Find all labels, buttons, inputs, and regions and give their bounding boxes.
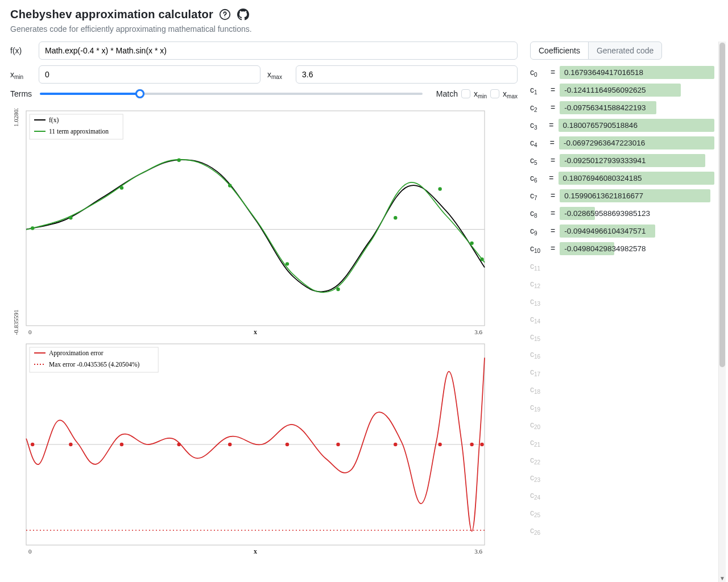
coef-value: -0.04980429834982578 <box>560 242 614 255</box>
xmin-label: xmin <box>10 70 34 79</box>
coef-row-empty: c15 <box>530 328 714 345</box>
coef-name: c3 <box>530 120 544 130</box>
coef-row: c5=-0.09250127939333941 <box>530 152 714 169</box>
svg-point-9 <box>286 262 289 265</box>
xmax-label: xmax <box>267 70 291 79</box>
fx-label: f(x) <box>10 46 34 55</box>
coef-value: 0.16793649417016518 <box>560 66 714 79</box>
coef-row: c6=0.18076946080324185 <box>530 169 714 186</box>
coef-row: c8=-0.028659588693985123 <box>530 205 714 222</box>
svg-text:0: 0 <box>28 548 32 555</box>
scrollbar-down-icon[interactable]: ▼ <box>719 574 726 582</box>
coef-name: c25 <box>530 508 546 517</box>
coef-name: c26 <box>530 526 546 535</box>
coef-row-empty: c14 <box>530 310 714 327</box>
coef-equals: = <box>551 191 555 200</box>
coef-row-empty: c20 <box>530 416 714 433</box>
svg-point-14 <box>480 257 483 261</box>
coef-name: c4 <box>530 138 545 147</box>
xmax-input[interactable] <box>296 65 518 84</box>
svg-point-29 <box>69 443 72 446</box>
coef-row: c9=-0.09494966104347571 <box>530 222 714 239</box>
svg-point-10 <box>336 288 340 291</box>
coef-value: -0.12411164956092625 <box>560 84 681 97</box>
coef-name: c8 <box>530 209 546 218</box>
scrollbar[interactable]: ▼ <box>718 41 726 582</box>
coef-equals: = <box>550 138 555 147</box>
coef-row-empty: c16 <box>530 346 714 363</box>
coef-name: c22 <box>530 455 546 464</box>
coef-name: c15 <box>530 332 546 341</box>
github-icon[interactable] <box>237 9 250 21</box>
coef-name: c11 <box>530 261 546 271</box>
coef-value: -0.09756341588422193 <box>560 101 656 114</box>
svg-point-32 <box>228 443 231 446</box>
coef-row: c10=-0.04980429834982578 <box>530 240 714 257</box>
coef-equals: = <box>551 85 555 94</box>
coef-name: c16 <box>530 350 546 359</box>
svg-point-12 <box>438 187 441 190</box>
svg-text:3.6: 3.6 <box>474 329 482 335</box>
coef-name: c2 <box>530 103 546 112</box>
svg-text:Max error -0.0435365 (4.20504%: Max error -0.0435365 (4.20504%) <box>49 361 140 368</box>
coef-name: c7 <box>530 191 546 200</box>
svg-point-13 <box>470 242 473 245</box>
scrollbar-thumb[interactable] <box>719 43 725 367</box>
match-label: Match <box>436 89 458 98</box>
svg-text:0: 0 <box>28 329 32 335</box>
coef-name: c0 <box>530 68 546 77</box>
coef-row-empty: c26 <box>530 522 714 539</box>
coef-row-empty: c25 <box>530 504 714 521</box>
svg-point-1 <box>225 16 225 17</box>
coef-value: -0.09494966104347571 <box>560 225 655 238</box>
coef-row: c2=-0.09756341588422193 <box>530 99 714 116</box>
svg-text:-0.835591: -0.835591 <box>13 310 19 335</box>
svg-text:x: x <box>254 547 257 555</box>
svg-point-33 <box>286 443 289 446</box>
coef-name: c12 <box>530 279 546 288</box>
tab-generated-code[interactable]: Generated code <box>588 41 662 60</box>
coef-row: c1=-0.12411164956092625 <box>530 81 714 98</box>
coef-row: c0=0.16793649417016518 <box>530 64 714 81</box>
coef-name: c21 <box>530 438 546 447</box>
coef-name: c24 <box>530 490 546 500</box>
coef-row: c3=0.1800765790518846 <box>530 117 714 134</box>
svg-rect-20 <box>30 114 123 139</box>
coef-name: c19 <box>530 402 546 411</box>
coef-row-empty: c21 <box>530 434 714 451</box>
match-xmin-checkbox[interactable] <box>461 89 470 98</box>
svg-point-31 <box>177 443 180 446</box>
svg-point-11 <box>394 216 397 219</box>
coef-row-empty: c19 <box>530 398 714 415</box>
xmin-input[interactable] <box>39 65 260 84</box>
coef-row-empty: c13 <box>530 293 714 310</box>
coef-name: c17 <box>530 367 546 376</box>
coef-value: 0.15990613621816677 <box>560 189 710 202</box>
coef-equals: = <box>549 173 553 182</box>
svg-point-35 <box>394 443 397 446</box>
svg-point-6 <box>120 186 123 189</box>
svg-point-7 <box>177 159 180 162</box>
tab-coefficients[interactable]: Coefficients <box>530 41 589 60</box>
coef-value: 0.18076946080324185 <box>559 172 715 185</box>
coef-value: -0.028659588693985123 <box>560 207 595 220</box>
coef-value: 0.1800765790518846 <box>559 119 715 132</box>
svg-point-37 <box>470 443 473 446</box>
coef-row-empty: c17 <box>530 363 714 380</box>
coefficients-list: c0=0.16793649417016518c1=-0.124111649560… <box>530 64 718 582</box>
terms-slider[interactable] <box>40 93 423 95</box>
svg-point-8 <box>228 184 231 187</box>
help-icon[interactable] <box>219 9 231 21</box>
coef-row-empty: c22 <box>530 451 714 468</box>
match-xmax-checkbox[interactable] <box>490 89 499 98</box>
coef-name: c20 <box>530 420 546 429</box>
fx-input[interactable] <box>39 41 518 60</box>
coef-equals: = <box>551 244 555 253</box>
svg-point-38 <box>480 443 483 446</box>
terms-label: Terms <box>10 89 34 98</box>
svg-point-36 <box>438 443 441 446</box>
coef-row-empty: c24 <box>530 487 714 504</box>
function-chart: 03.6x1.02802-0.835591f(x)11 term approxi… <box>10 109 518 337</box>
svg-text:3.6: 3.6 <box>474 548 482 555</box>
coef-value: -0.09250127939333941 <box>560 154 705 167</box>
